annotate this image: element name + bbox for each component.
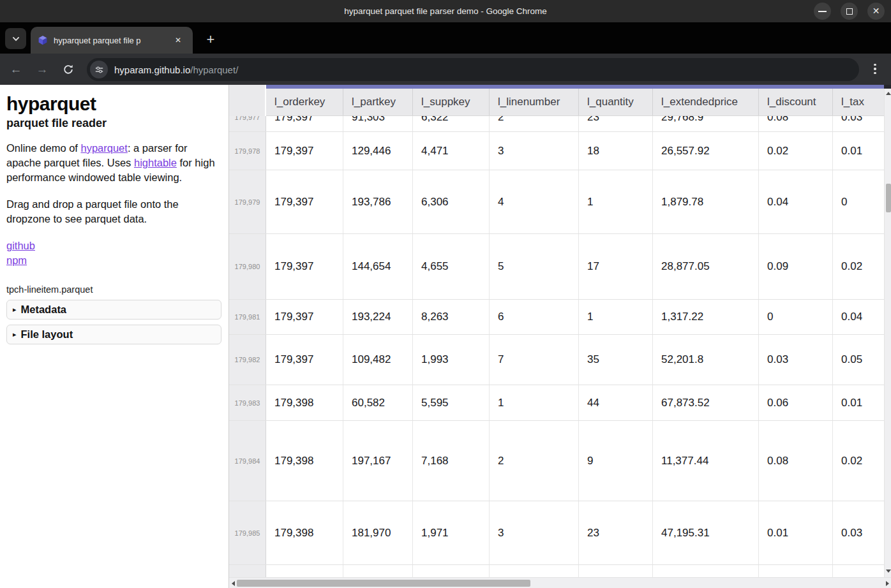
metadata-accordion[interactable]: ▸ Metadata xyxy=(6,300,221,320)
back-button[interactable]: ← xyxy=(5,59,27,80)
address-bar[interactable]: hyparam.github.io/hyparquet/ xyxy=(87,58,859,81)
row-number: 179,983 xyxy=(229,385,266,420)
site-settings-icon xyxy=(94,65,104,75)
tab-close-icon[interactable]: ✕ xyxy=(172,34,184,46)
window-title: hyparquet parquet file parser demo - Goo… xyxy=(0,0,891,22)
npm-link[interactable]: npm xyxy=(6,254,27,266)
table-cell: 193,786 xyxy=(343,170,413,233)
site-info-button[interactable] xyxy=(90,61,108,78)
table-cell: 67,873.52 xyxy=(653,385,759,420)
reload-icon xyxy=(63,64,74,75)
table-cell: 179,397 xyxy=(266,335,343,385)
file-layout-accordion[interactable]: ▸ File layout xyxy=(6,325,221,344)
github-link[interactable]: github xyxy=(6,240,35,251)
table-cell: 0.05 xyxy=(833,335,884,385)
scroll-up-arrow-icon[interactable] xyxy=(886,92,891,95)
table-cell: 4 xyxy=(490,170,579,233)
table-row: 179,985179,398181,9701,97132347,195.310.… xyxy=(229,501,884,565)
table-cell: 0.01 xyxy=(833,385,884,420)
row-number: 179,981 xyxy=(229,300,266,334)
window-titlebar: hyparquet parquet file parser demo - Goo… xyxy=(0,0,891,22)
horizontal-scrollbar[interactable] xyxy=(229,577,891,588)
scroll-left-arrow-icon[interactable] xyxy=(232,581,235,586)
parquet-filename: tpch-lineitem.parquet xyxy=(6,284,222,295)
table-cell: 47,195.31 xyxy=(653,501,759,564)
table-cell: 8,263 xyxy=(413,300,490,334)
table-cell: 0.03 xyxy=(833,501,884,564)
close-icon: ✕ xyxy=(867,3,885,20)
table-cell: 29,768.9 xyxy=(653,116,759,131)
table-cell: 1,879.78 xyxy=(653,170,759,233)
table-cell: 17 xyxy=(579,234,653,299)
table-cell: 23 xyxy=(579,501,653,564)
minimize-button[interactable] xyxy=(814,3,831,20)
row-number: 179,979 xyxy=(229,170,266,233)
table-cell: 179,397 xyxy=(266,116,343,131)
table-row xyxy=(229,565,884,577)
column-header-l_discount[interactable]: l_discount xyxy=(759,89,833,115)
table-cell: 26,557.92 xyxy=(653,132,759,170)
scroll-down-arrow-icon[interactable] xyxy=(886,570,891,573)
browser-menu-button[interactable] xyxy=(865,59,885,78)
table-panel: l_orderkeyl_partkeyl_suppkeyl_linenumber… xyxy=(228,85,891,588)
table-cell: 3 xyxy=(490,132,579,170)
column-header-l_linenumber[interactable]: l_linenumber xyxy=(490,89,579,115)
table-cell: 0.03 xyxy=(833,116,884,131)
column-header-l_partkey[interactable]: l_partkey xyxy=(343,89,413,115)
table-cell: 0.04 xyxy=(833,300,884,334)
table-cell xyxy=(579,565,653,577)
scroll-right-arrow-icon[interactable] xyxy=(886,581,889,586)
intro-text: Online demo of xyxy=(6,142,80,154)
table-cell: 144,654 xyxy=(343,234,413,299)
table-cell: 179,397 xyxy=(266,170,343,233)
table-cell: 193,224 xyxy=(343,300,413,334)
column-header-l_tax[interactable]: l_tax xyxy=(833,89,884,115)
page-subtitle: parquet file reader xyxy=(6,117,222,130)
column-header-l_quantity[interactable]: l_quantity xyxy=(579,89,653,115)
table-row: 179,983179,39860,5825,59514467,873.520.0… xyxy=(229,385,884,421)
sidebar: hyparquet parquet file reader Online dem… xyxy=(0,85,228,588)
page-title: hyparquet xyxy=(6,93,222,115)
table-cell: 4,471 xyxy=(413,132,490,170)
table-cell: 197,167 xyxy=(343,421,413,501)
new-tab-button[interactable]: + xyxy=(200,30,221,50)
close-button[interactable]: ✕ xyxy=(867,3,885,20)
maximize-button[interactable] xyxy=(841,3,858,20)
table-cell: 7 xyxy=(490,335,579,385)
hyparquet-link[interactable]: hyparquet xyxy=(80,142,127,154)
row-number: 179,980 xyxy=(229,234,266,299)
table-cell: 35 xyxy=(579,335,653,385)
table-cell: 181,970 xyxy=(343,501,413,564)
intro-paragraph: Online demo of hyparquet: a parser for a… xyxy=(6,141,222,185)
column-header-l_orderkey[interactable]: l_orderkey xyxy=(266,89,343,115)
table-cell: 7,168 xyxy=(413,421,490,501)
table-row: 179,982179,397109,4821,99373552,201.80.0… xyxy=(229,335,884,385)
url-path: /hyparquet/ xyxy=(190,64,238,75)
column-header-l_extendedprice[interactable]: l_extendedprice xyxy=(653,89,759,115)
browser-toolbar: ← → hyparam.github.io/hyparquet/ xyxy=(0,54,891,85)
dropzone-paragraph: Drag and drop a parquet file onto the dr… xyxy=(6,197,222,226)
row-number: 179,984 xyxy=(229,421,266,501)
tab-hyparquet[interactable]: hyparquet parquet file p ✕ xyxy=(31,27,193,54)
vertical-scrollbar-thumb[interactable] xyxy=(886,184,891,212)
reload-button[interactable] xyxy=(57,59,79,80)
vertical-scrollbar[interactable] xyxy=(884,85,891,577)
table-cell: 0.03 xyxy=(759,335,833,385)
url-text: hyparam.github.io/hyparquet/ xyxy=(114,64,238,75)
table-cell xyxy=(343,565,413,577)
webpage: hyparquet parquet file reader Online dem… xyxy=(0,85,891,588)
tab-title: hyparquet parquet file p xyxy=(54,36,170,45)
table-cell xyxy=(266,565,343,577)
table-cell: 0.02 xyxy=(759,132,833,170)
table-cell xyxy=(833,565,884,577)
horizontal-scrollbar-thumb[interactable] xyxy=(237,580,530,587)
row-number: 179,977 xyxy=(229,116,266,131)
table-cell: 0.02 xyxy=(833,234,884,299)
column-header-l_suppkey[interactable]: l_suppkey xyxy=(413,89,490,115)
tab-search-button[interactable] xyxy=(5,28,26,49)
table-cell: 1,317.22 xyxy=(653,300,759,334)
forward-button[interactable]: → xyxy=(31,59,53,80)
minimize-icon xyxy=(818,11,827,12)
table-cell: 2 xyxy=(490,421,579,501)
hightable-link[interactable]: hightable xyxy=(134,157,177,168)
